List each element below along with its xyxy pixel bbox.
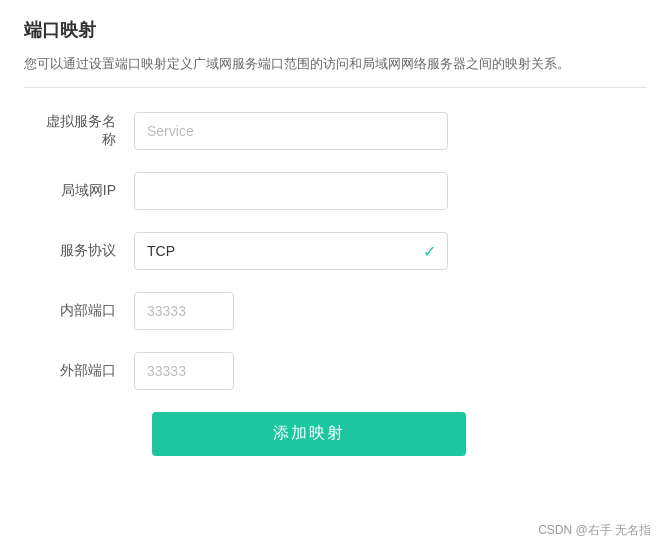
page-description: 您可以通过设置端口映射定义广域网服务端口范围的访问和局域网网络服务器之间的映射关… — [24, 54, 647, 75]
external-port-label: 外部端口 — [34, 362, 134, 380]
lan-ip-input[interactable] — [134, 172, 448, 210]
form-container: 虚拟服务名称 局域网IP 服务协议 TCP UDP TCP/UDP ✓ 内部端口 — [24, 112, 647, 456]
lan-ip-row: 局域网IP — [34, 172, 637, 210]
protocol-select[interactable]: TCP UDP TCP/UDP — [134, 232, 448, 270]
protocol-label: 服务协议 — [34, 242, 134, 260]
virtual-service-input[interactable] — [134, 112, 448, 150]
internal-port-input[interactable] — [134, 292, 234, 330]
divider — [24, 87, 647, 88]
page-container: 端口映射 您可以通过设置端口映射定义广域网服务端口范围的访问和局域网网络服务器之… — [0, 0, 671, 555]
virtual-service-row: 虚拟服务名称 — [34, 112, 637, 150]
add-mapping-button[interactable]: 添加映射 — [152, 412, 466, 456]
watermark: CSDN @右手 无名指 — [538, 522, 651, 539]
virtual-service-label: 虚拟服务名称 — [34, 113, 134, 149]
lan-ip-label: 局域网IP — [34, 182, 134, 200]
external-port-input[interactable] — [134, 352, 234, 390]
page-title: 端口映射 — [24, 18, 647, 42]
protocol-select-wrapper: TCP UDP TCP/UDP ✓ — [134, 232, 448, 270]
internal-port-label: 内部端口 — [34, 302, 134, 320]
internal-port-row: 内部端口 — [34, 292, 637, 330]
external-port-row: 外部端口 — [34, 352, 637, 390]
protocol-row: 服务协议 TCP UDP TCP/UDP ✓ — [34, 232, 637, 270]
